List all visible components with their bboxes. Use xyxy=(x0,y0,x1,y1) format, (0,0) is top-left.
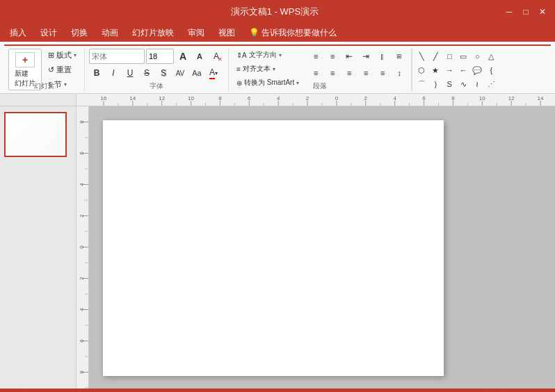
shape-brace-r[interactable]: ) xyxy=(429,78,442,90)
text-direction-button[interactable]: ⇕A 文字方向 ▾ xyxy=(233,49,285,61)
align-right-button[interactable]: ≡ xyxy=(341,65,357,81)
decrease-indent-button[interactable]: ⇤ xyxy=(341,49,357,64)
v-ruler-svg: 86420246810 xyxy=(77,106,89,389)
slide-thumb-wrapper xyxy=(4,112,72,157)
v-ruler-top xyxy=(77,94,89,106)
slide-thumb-1[interactable] xyxy=(4,112,67,157)
shape-roundrect[interactable]: ▭ xyxy=(457,50,469,63)
shape-s[interactable]: S xyxy=(443,78,456,90)
layout-button[interactable]: ⊞ 版式 ▾ xyxy=(45,49,80,62)
shape-triangle[interactable]: △ xyxy=(485,50,497,63)
increase-indent-button[interactable]: ⇥ xyxy=(358,49,373,64)
shape-line[interactable]: ╲ xyxy=(415,50,428,63)
shape-bracket[interactable]: { xyxy=(485,64,497,76)
slide-thumb-inner xyxy=(6,113,65,156)
shape-extra2[interactable]: ≀ xyxy=(471,78,483,90)
shapes-row-1: ╲ ╱ □ ▭ ○ △ xyxy=(415,50,497,63)
menu-design[interactable]: 设计 xyxy=(33,25,64,41)
vertical-ruler: 86420246810 xyxy=(77,106,89,389)
menu-review[interactable]: 审阅 xyxy=(181,25,211,41)
shape-brace-l[interactable]: ⌒ xyxy=(415,78,428,90)
expand-para-button[interactable]: ⊞ xyxy=(392,49,407,64)
menu-help[interactable]: 💡 告诉我你想要做什么 xyxy=(242,25,344,41)
shapes-row-2: ⬡ ★ → ← 💬 { xyxy=(415,64,497,76)
menu-view[interactable]: 视图 xyxy=(211,25,242,41)
svg-text:16: 16 xyxy=(100,95,106,101)
strikethrough-button[interactable]: S xyxy=(139,65,154,81)
svg-text:4: 4 xyxy=(79,308,85,311)
reset-button[interactable]: ↺ 重置 xyxy=(45,63,80,76)
shape-rect[interactable]: □ xyxy=(443,50,456,63)
shadow-button[interactable]: S xyxy=(156,65,171,81)
line-spacing-button[interactable]: ↕ xyxy=(392,65,407,81)
font-color-button[interactable]: A ▾ xyxy=(206,65,221,81)
svg-text:6: 6 xyxy=(79,339,85,343)
slides-group-label: 幻灯片 xyxy=(4,81,84,92)
svg-text:2: 2 xyxy=(79,277,85,280)
svg-text:8: 8 xyxy=(79,370,85,374)
shape-callout[interactable]: 💬 xyxy=(471,64,483,76)
shape-arrow-left[interactable]: ← xyxy=(457,64,469,76)
underline-button[interactable]: U xyxy=(122,65,138,81)
horizontal-ruler: 16141210864202468101214 xyxy=(89,94,555,106)
justify-button[interactable]: ≡ xyxy=(358,65,373,81)
svg-text:4: 4 xyxy=(393,95,396,101)
svg-text:6: 6 xyxy=(248,95,251,101)
menu-animation[interactable]: 动画 xyxy=(95,25,125,41)
svg-text:12: 12 xyxy=(159,95,165,101)
svg-text:2: 2 xyxy=(79,214,85,218)
maximize-button[interactable]: □ xyxy=(519,5,533,19)
italic-button[interactable]: I xyxy=(106,65,121,81)
font-size-input[interactable] xyxy=(146,49,174,64)
svg-text:6: 6 xyxy=(79,152,85,155)
svg-text:6: 6 xyxy=(422,95,426,101)
slide-canvas[interactable] xyxy=(89,106,555,389)
slide-panel xyxy=(0,106,77,389)
ribbon: + 新建幻灯片 ⊞ 版式 ▾ ↺ 重置 § xyxy=(0,42,555,94)
font-case-button[interactable]: Aa xyxy=(189,65,204,81)
shape-circle[interactable]: ○ xyxy=(471,50,483,63)
ruler-corner xyxy=(0,94,77,106)
svg-text:10: 10 xyxy=(479,95,485,101)
ruler-row: 16141210864202468101214 xyxy=(0,94,555,106)
ribbon-group-paragraph: ⇕A 文字方向 ▾ ≡ 对齐文本 ▾ ⊛ 转换为 Sma xyxy=(229,49,412,92)
title-bar: 演示文稿1 - WPS演示 ─ □ ✕ xyxy=(0,0,555,24)
menu-bar: 插入 设计 切换 动画 幻灯片放映 审阅 视图 💡 告诉我你想要做什么 xyxy=(0,24,555,42)
menu-transition[interactable]: 切换 xyxy=(64,25,95,41)
align-left-button[interactable]: ≡ xyxy=(308,65,323,81)
shape-pentagon[interactable]: ⬡ xyxy=(415,64,428,76)
minimize-button[interactable]: ─ xyxy=(502,5,516,19)
increase-font-button[interactable]: A xyxy=(175,49,191,64)
svg-text:8: 8 xyxy=(218,95,222,101)
shape-star[interactable]: ★ xyxy=(429,64,442,76)
list-bullet-button[interactable]: ≡ xyxy=(308,49,323,64)
svg-text:0: 0 xyxy=(335,95,339,101)
char-spacing-button[interactable]: AV xyxy=(172,65,188,81)
close-button[interactable]: ✕ xyxy=(536,5,549,19)
shape-extra1[interactable]: ∿ xyxy=(457,78,469,90)
align-center-button[interactable]: ≡ xyxy=(325,65,340,81)
h-ruler-svg: 16141210864202468101214 xyxy=(89,94,555,106)
menu-slideshow[interactable]: 幻灯片放映 xyxy=(125,25,181,41)
shapes-panel: ╲ ╱ □ ▭ ○ △ ⬡ ★ → ← 💬 { ⌒ ) S ∿ ≀ ⋰ xyxy=(412,49,500,92)
window-controls: ─ □ ✕ xyxy=(502,5,549,19)
slide-page-1 xyxy=(103,120,444,376)
svg-text:4: 4 xyxy=(79,183,85,186)
distribute-button[interactable]: ≡ xyxy=(375,65,390,81)
font-name-input[interactable] xyxy=(89,49,145,64)
ribbon-group-font: A A A ✕ B I U S S AV Aa A ▾ 字体 xyxy=(85,49,229,92)
decrease-font-button[interactable]: A xyxy=(192,49,207,64)
shape-line2[interactable]: ╱ xyxy=(429,50,442,63)
list-number-button[interactable]: ≡ xyxy=(325,49,340,64)
shape-extra3[interactable]: ⋰ xyxy=(485,78,497,90)
align-text-button[interactable]: ≡ 对齐文本 ▾ xyxy=(233,63,279,75)
paragraph-right-section: ≡ ≡ ⇤ ⇥ ⫿ ⊞ ≡ ≡ ≡ ≡ ≡ ↕ xyxy=(308,49,407,82)
layout-dropdown-arrow: ▾ xyxy=(74,52,77,58)
bold-button[interactable]: B xyxy=(89,65,104,81)
shape-arrow-right[interactable]: → xyxy=(443,64,456,76)
columns-button[interactable]: ⫿ xyxy=(375,49,390,64)
svg-text:14: 14 xyxy=(129,95,136,101)
menu-insert[interactable]: 插入 xyxy=(3,25,33,41)
clear-format-button[interactable]: A ✕ xyxy=(209,49,224,64)
font-group-label: 字体 xyxy=(85,81,228,92)
